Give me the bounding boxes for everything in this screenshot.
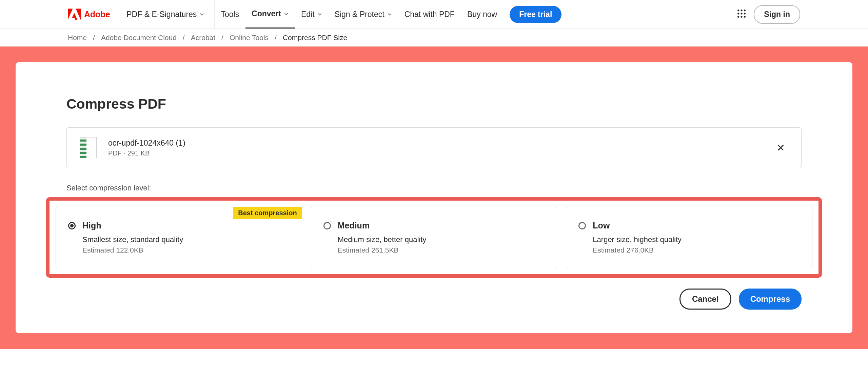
nav-convert[interactable]: Convert xyxy=(245,0,295,29)
file-info: ocr-updf-1024x640 (1) PDF · 291 KB xyxy=(108,138,762,157)
breadcrumb-sep: / xyxy=(221,34,223,42)
nav-sign-protect[interactable]: Sign & Protect xyxy=(329,0,398,29)
nav-sign-protect-label: Sign & Protect xyxy=(335,10,384,19)
breadcrumb-acrobat[interactable]: Acrobat xyxy=(191,34,215,42)
below-hero-spacer xyxy=(0,349,868,370)
compression-level-label: Select compression level: xyxy=(66,184,802,192)
file-thumbnail-icon xyxy=(80,137,97,158)
adobe-logo-text: Adobe xyxy=(84,10,110,19)
breadcrumb-sep: / xyxy=(183,34,185,42)
nav-edit[interactable]: Edit xyxy=(295,0,329,29)
compression-options-highlight: Best compression High Smallest size, sta… xyxy=(46,197,822,278)
radio-unselected-icon xyxy=(578,222,586,229)
top-nav-left: Adobe PDF & E-Signatures Tools Convert E… xyxy=(68,0,561,29)
adobe-logo-group[interactable]: Adobe xyxy=(68,0,120,29)
apps-grid-icon[interactable] xyxy=(737,9,746,20)
chevron-down-icon xyxy=(387,12,392,17)
best-compression-badge: Best compression xyxy=(233,207,301,219)
top-nav-right: Sign in xyxy=(737,5,800,24)
svg-point-5 xyxy=(744,13,746,14)
file-row: ocr-updf-1024x640 (1) PDF · 291 KB ✕ xyxy=(66,127,802,168)
free-trial-button[interactable]: Free trial xyxy=(510,6,561,23)
nav-chat-label: Chat with PDF xyxy=(405,10,455,19)
option-medium-desc: Medium size, better quality xyxy=(338,235,545,244)
breadcrumb: Home / Adobe Document Cloud / Acrobat / … xyxy=(0,29,868,47)
breadcrumb-online-tools[interactable]: Online Tools xyxy=(230,34,269,42)
adobe-logo-icon xyxy=(68,8,81,20)
nav-buy[interactable]: Buy now xyxy=(461,0,504,29)
option-medium-title: Medium xyxy=(338,221,370,230)
option-low-title: Low xyxy=(593,221,610,230)
breadcrumb-sep: / xyxy=(275,34,277,42)
sign-in-button[interactable]: Sign in xyxy=(754,5,800,24)
option-medium-estimate: Estimated 261.5KB xyxy=(338,246,545,254)
action-bar: Cancel Compress xyxy=(66,289,802,310)
breadcrumb-home[interactable]: Home xyxy=(68,34,87,42)
option-low-head: Low xyxy=(578,221,800,230)
nav-edit-label: Edit xyxy=(301,10,315,19)
nav-convert-label: Convert xyxy=(252,9,281,18)
option-high[interactable]: Best compression High Smallest size, sta… xyxy=(56,207,302,268)
page-title: Compress PDF xyxy=(66,96,802,112)
option-low-desc: Larger size, highest quality xyxy=(593,235,800,244)
nav-chat[interactable]: Chat with PDF xyxy=(398,0,461,29)
compress-button[interactable]: Compress xyxy=(739,289,802,310)
option-low[interactable]: Low Larger size, highest quality Estimat… xyxy=(566,207,812,268)
radio-selected-icon xyxy=(68,222,76,229)
radio-unselected-icon xyxy=(323,222,331,229)
svg-point-4 xyxy=(741,13,743,14)
nav-tools-label: Tools xyxy=(221,10,239,19)
chevron-down-icon xyxy=(284,12,289,16)
option-medium[interactable]: Medium Medium size, better quality Estim… xyxy=(311,207,557,268)
file-name: ocr-updf-1024x640 (1) xyxy=(108,138,762,148)
main-card: Compress PDF ocr-updf-1024x640 (1) PDF ·… xyxy=(16,62,852,333)
breadcrumb-current: Compress PDF Size xyxy=(283,34,347,42)
option-high-desc: Smallest size, standard quality xyxy=(82,235,290,244)
hero: Compress PDF ocr-updf-1024x640 (1) PDF ·… xyxy=(0,47,868,349)
option-high-title: High xyxy=(82,221,101,230)
svg-point-7 xyxy=(741,16,743,18)
nav-tools[interactable]: Tools xyxy=(215,0,245,29)
option-medium-head: Medium xyxy=(323,221,545,230)
close-icon: ✕ xyxy=(776,142,785,153)
svg-point-8 xyxy=(744,16,746,18)
option-high-estimate: Estimated 122.0KB xyxy=(82,246,290,254)
svg-point-3 xyxy=(737,13,739,14)
nav-buy-label: Buy now xyxy=(467,10,497,19)
option-low-estimate: Estimated 276.0KB xyxy=(593,246,800,254)
svg-point-1 xyxy=(741,10,743,11)
svg-point-6 xyxy=(737,16,739,18)
option-high-head: High xyxy=(68,221,290,230)
file-meta: PDF · 291 KB xyxy=(108,149,762,157)
nav-menu: PDF & E-Signatures Tools Convert Edit Si… xyxy=(120,0,561,29)
nav-pdf-esign[interactable]: PDF & E-Signatures xyxy=(120,0,215,29)
breadcrumb-doc-cloud[interactable]: Adobe Document Cloud xyxy=(101,34,177,42)
nav-pdf-esign-label: PDF & E-Signatures xyxy=(126,10,197,19)
chevron-down-icon xyxy=(199,12,204,17)
compression-options: Best compression High Smallest size, sta… xyxy=(56,207,812,268)
svg-point-0 xyxy=(737,10,739,11)
chevron-down-icon xyxy=(317,12,322,17)
top-nav: Adobe PDF & E-Signatures Tools Convert E… xyxy=(0,0,868,29)
remove-file-button[interactable]: ✕ xyxy=(773,138,788,157)
svg-point-2 xyxy=(744,10,746,11)
cancel-button[interactable]: Cancel xyxy=(679,289,731,310)
breadcrumb-sep: / xyxy=(93,34,95,42)
